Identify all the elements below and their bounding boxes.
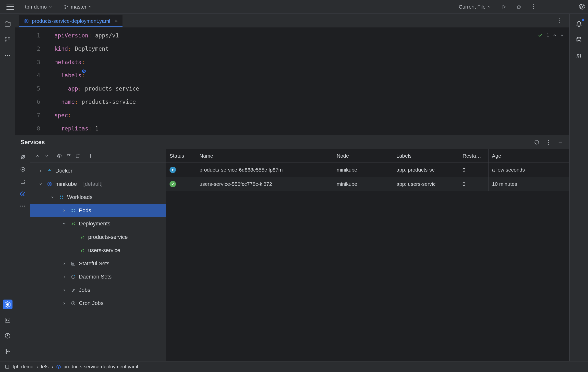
th-status[interactable]: Status: [166, 149, 196, 163]
target-icon[interactable]: [533, 139, 540, 146]
refresh-icon[interactable]: [19, 153, 26, 161]
maven-tool-icon[interactable]: m: [574, 50, 584, 60]
svg-point-40: [24, 206, 25, 207]
svg-point-64: [58, 366, 59, 367]
svg-rect-45: [49, 169, 50, 170]
tree-node-cluster[interactable]: minikube [default]: [30, 177, 166, 191]
tree-node-statefulsets[interactable]: ›Stateful Sets: [30, 257, 166, 270]
new-session-icon[interactable]: [74, 152, 82, 160]
svg-rect-34: [21, 180, 24, 181]
svg-rect-7: [5, 37, 7, 39]
table-row[interactable]: users-service-556fcc778c-kl872 minikube …: [166, 177, 569, 191]
kubernetes-icon: [47, 181, 53, 187]
chevron-down-icon: [88, 5, 92, 9]
cell-restarts: 0: [459, 163, 489, 177]
expand-all-icon[interactable]: [33, 152, 42, 160]
tree-node-daemonsets[interactable]: ›Daemon Sets: [30, 270, 166, 283]
kubernetes-file-icon: [24, 18, 29, 24]
svg-point-11: [7, 55, 8, 56]
daemon-icon: [70, 274, 76, 280]
more-icon[interactable]: [19, 202, 26, 210]
add-icon[interactable]: [86, 152, 95, 160]
server-icon[interactable]: [19, 178, 26, 185]
services-tool-icon[interactable]: [3, 300, 12, 309]
more-tools-icon[interactable]: [3, 50, 12, 60]
panel-options-icon[interactable]: [545, 139, 552, 146]
right-tool-rail: m: [569, 14, 588, 361]
tab-more-icon[interactable]: [556, 17, 564, 24]
terminal-tool-icon[interactable]: [3, 315, 12, 325]
svg-rect-62: [5, 365, 9, 368]
notifications-icon[interactable]: [574, 19, 584, 29]
more-actions-button[interactable]: [530, 3, 537, 11]
cell-name: users-service-556fcc778c-kl872: [196, 177, 333, 191]
svg-point-28: [535, 140, 539, 144]
svg-rect-53: [62, 198, 63, 199]
breadcrumb-item[interactable]: products-service-deployment.yaml: [56, 364, 138, 370]
chevron-right-icon: ›: [37, 364, 38, 370]
kubernetes-icon[interactable]: [19, 190, 26, 198]
debug-button[interactable]: [515, 3, 522, 11]
tree-node-pods[interactable]: ›Pods: [30, 204, 166, 217]
svg-point-17: [6, 349, 7, 351]
tree-node-jobs[interactable]: ›Jobs: [30, 283, 166, 297]
svg-point-47: [51, 170, 52, 171]
editor-inspection-widget[interactable]: 1: [538, 30, 564, 41]
breadcrumb-item[interactable]: tph-demo: [13, 364, 34, 370]
th-restarts[interactable]: Resta…: [459, 149, 489, 163]
svg-rect-55: [74, 209, 75, 210]
minimize-icon[interactable]: [557, 139, 564, 146]
problems-tool-icon[interactable]: [3, 331, 12, 341]
tree-node-deployment-item[interactable]: users-service: [30, 244, 166, 257]
module-icon: [5, 364, 10, 369]
svg-point-49: [49, 183, 50, 185]
th-labels[interactable]: Labels: [393, 149, 459, 163]
branch-name: master: [71, 4, 86, 10]
project-tool-icon[interactable]: [3, 19, 12, 29]
svg-rect-35: [21, 182, 24, 184]
kubernetes-file-icon: [56, 364, 61, 369]
stop-circle-icon[interactable]: [19, 166, 26, 173]
gutter-k8s-icon[interactable]: [81, 69, 86, 74]
problems-count: 1: [547, 30, 549, 41]
deployment-icon: [70, 221, 76, 227]
hamburger-menu-icon[interactable]: [6, 4, 14, 10]
database-icon[interactable]: [574, 35, 584, 45]
chevron-up-icon[interactable]: [553, 33, 557, 37]
svg-point-12: [9, 55, 10, 56]
structure-tool-icon[interactable]: [3, 35, 12, 45]
settings-gear-icon[interactable]: [578, 3, 585, 11]
th-age[interactable]: Age: [489, 149, 569, 163]
th-name[interactable]: Name: [196, 149, 333, 163]
svg-point-19: [8, 351, 9, 352]
show-icon[interactable]: [55, 152, 63, 160]
table-row[interactable]: products-service-6d868c555c-lp87m miniku…: [166, 163, 569, 177]
filter-icon[interactable]: [64, 152, 73, 160]
vcs-tool-icon[interactable]: [3, 347, 12, 356]
tree-node-deployment-item[interactable]: products-service: [30, 231, 166, 244]
git-branch-switcher[interactable]: master: [62, 3, 94, 11]
tree-node-deployments[interactable]: Deployments: [30, 217, 166, 230]
collapse-all-icon[interactable]: [43, 152, 51, 160]
run-button[interactable]: [500, 3, 508, 11]
tree-node-docker[interactable]: ›Docker: [30, 164, 166, 177]
chevron-down-icon: [49, 5, 52, 9]
left-tool-rail: [0, 14, 15, 361]
svg-rect-44: [49, 170, 50, 171]
deployment-icon: [79, 234, 86, 240]
tree-node-cronjobs[interactable]: ›Cron Jobs: [30, 297, 166, 310]
svg-rect-50: [60, 196, 61, 197]
svg-point-31: [548, 144, 549, 145]
svg-rect-51: [62, 196, 63, 197]
close-tab-icon[interactable]: ✕: [115, 19, 118, 24]
editor-tab[interactable]: products-service-deployment.yaml ✕: [19, 15, 122, 27]
svg-point-0: [65, 5, 66, 6]
svg-rect-15: [5, 318, 10, 322]
breadcrumb-item[interactable]: k8s: [41, 364, 49, 370]
tree-node-workloads[interactable]: Workloads: [30, 191, 166, 204]
run-config-selector[interactable]: Current File: [457, 3, 493, 11]
chevron-down-icon[interactable]: [560, 33, 564, 37]
th-node[interactable]: Node: [333, 149, 393, 163]
project-switcher[interactable]: tph-demo: [23, 3, 54, 11]
code-editor[interactable]: 1 1 2 3 4 5 6 7 8 apiVersion: apps/v1 ki…: [15, 27, 569, 135]
